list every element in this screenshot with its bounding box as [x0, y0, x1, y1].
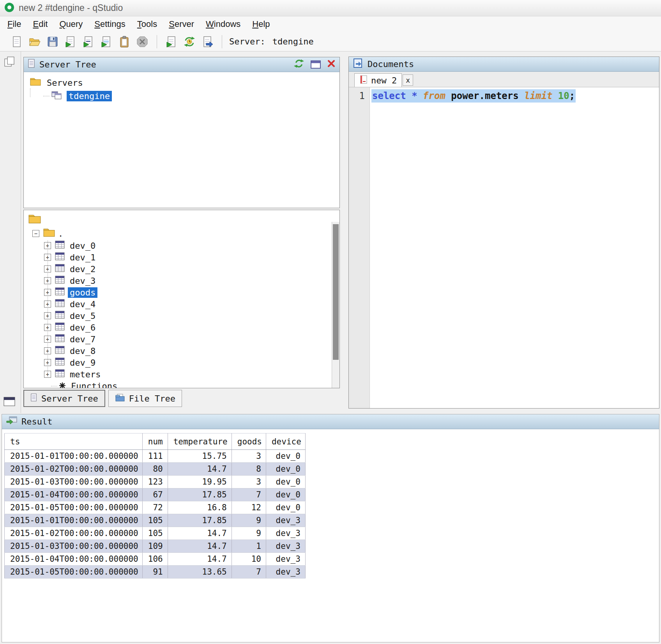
file-tree-item-dev_7[interactable]: +dev_7 — [27, 333, 339, 345]
documents-title: Documents — [368, 59, 414, 69]
file-tree-item-goods[interactable]: +goods — [27, 287, 339, 298]
result-cell: 17.85 — [168, 514, 232, 527]
export-icon[interactable] — [200, 34, 215, 49]
result-cell: 2015-01-03T00:00:00.000000 — [5, 476, 143, 488]
editor-gutter: 1 — [349, 87, 370, 408]
file-tree-root-folder[interactable] — [27, 212, 339, 227]
tab-new-2-label[interactable]: new 2 — [371, 76, 397, 85]
result-row[interactable]: 2015-01-02T00:00:00.0000008014.78dev_0 — [5, 463, 306, 476]
result-cell: dev_3 — [266, 540, 305, 553]
file-tree-item-dev_8[interactable]: +dev_8 — [27, 345, 339, 357]
file-tree-item-dev_0[interactable]: +dev_0 — [27, 240, 339, 251]
result-row[interactable]: 2015-01-04T00:00:00.00000010614.710dev_3 — [5, 553, 306, 566]
new-file-icon[interactable] — [9, 34, 24, 49]
tree-item-label[interactable]: dev_5 — [68, 311, 97, 321]
tab-close-button[interactable]: x — [403, 74, 413, 86]
run-current-line-icon[interactable] — [81, 34, 96, 49]
result-row[interactable]: 2015-01-03T00:00:00.00000010914.71dev_3 — [5, 540, 306, 553]
tree-item-label[interactable]: goods — [68, 287, 97, 298]
maximize-panel-icon[interactable] — [311, 60, 321, 69]
servers-root-node[interactable]: Servers — [30, 76, 339, 89]
result-row[interactable]: 2015-01-02T00:00:00.00000010514.79dev_3 — [5, 527, 306, 540]
server-selector[interactable]: tdengine — [272, 37, 314, 46]
file-tree-dot-node[interactable]: − . — [27, 227, 339, 240]
root-dot-label[interactable]: . — [58, 229, 63, 239]
dock-window-icon[interactable] — [4, 397, 15, 408]
open-file-icon[interactable] — [27, 34, 42, 49]
file-tree-item-dev_5[interactable]: +dev_5 — [27, 310, 339, 322]
tab-server-tree-label[interactable]: Server Tree — [41, 394, 98, 403]
result-row[interactable]: 2015-01-05T00:00:00.0000009113.657dev_3 — [5, 566, 306, 579]
menu-item-file[interactable]: File — [2, 18, 27, 31]
file-tree-item-dev_9[interactable]: +dev_9 — [27, 357, 339, 368]
refresh-panel-icon[interactable] — [293, 58, 304, 71]
tree-item-label[interactable]: dev_1 — [68, 252, 97, 263]
column-header-temperature[interactable]: temperature — [168, 433, 232, 450]
result-cell: 1 — [232, 540, 266, 553]
column-header-ts[interactable]: ts — [5, 433, 143, 450]
result-row[interactable]: 2015-01-01T00:00:00.00000010517.859dev_3 — [5, 514, 306, 527]
menu-item-help[interactable]: Help — [246, 18, 276, 31]
result-cell: 14.7 — [168, 540, 232, 553]
result-row[interactable]: 2015-01-04T00:00:00.0000006717.857dev_0 — [5, 488, 306, 501]
result-cell: 13.65 — [168, 566, 232, 579]
menu-item-edit[interactable]: Edit — [27, 18, 53, 31]
run-query-icon[interactable] — [63, 34, 78, 49]
send-query-icon[interactable] — [164, 34, 179, 49]
result-cell: 67 — [142, 488, 168, 501]
tree-item-label[interactable]: dev_2 — [68, 264, 97, 274]
tree-item-label[interactable]: dev_6 — [68, 322, 97, 333]
tree-item-label[interactable]: dev_7 — [68, 334, 97, 345]
tab-new-2[interactable]: new 2 — [354, 73, 402, 87]
result-cell: dev_3 — [266, 514, 305, 527]
functions-node[interactable]: Functions — [27, 380, 339, 388]
dock-pages-icon[interactable] — [4, 56, 15, 69]
column-header-device[interactable]: device — [266, 433, 305, 450]
code-line-text[interactable]: select * from power.meters limit 10; — [371, 89, 576, 103]
tree-item-label[interactable]: meters — [68, 369, 103, 380]
save-icon[interactable] — [45, 34, 60, 49]
result-cell: 10 — [232, 553, 266, 566]
functions-label[interactable]: Functions — [69, 381, 119, 388]
file-tree-item-meters[interactable]: +meters — [27, 368, 339, 380]
server-node-label[interactable]: tdengine — [67, 91, 112, 101]
servers-root-label[interactable]: Servers — [45, 78, 85, 88]
tab-file-tree[interactable]: File Tree — [108, 390, 182, 407]
file-tree-item-dev_2[interactable]: +dev_2 — [27, 263, 339, 275]
column-header-goods[interactable]: goods — [232, 433, 266, 450]
menu-item-server[interactable]: Server — [163, 18, 200, 31]
tree-item-label[interactable]: dev_9 — [68, 357, 97, 368]
refresh-server-icon[interactable] — [182, 34, 197, 49]
result-row[interactable]: 2015-01-01T00:00:00.00000011115.753dev_0 — [5, 450, 306, 463]
tab-file-tree-label[interactable]: File Tree — [129, 394, 175, 403]
tab-server-tree[interactable]: Server Tree — [23, 390, 105, 407]
column-header-num[interactable]: num — [142, 433, 168, 450]
menu-item-tools[interactable]: Tools — [131, 18, 163, 31]
tree-item-label[interactable]: dev_3 — [68, 276, 97, 286]
paste-icon[interactable] — [117, 34, 132, 49]
menu-item-windows[interactable]: Windows — [200, 18, 246, 31]
menu-item-settings[interactable]: Settings — [88, 18, 131, 31]
result-cell: 2015-01-01T00:00:00.000000 — [5, 514, 143, 527]
code-area[interactable]: select * from power.meters limit 10; — [370, 87, 659, 408]
file-tree-scrollbar[interactable] — [332, 222, 339, 388]
server-node-tdengine[interactable]: tdengine — [30, 89, 339, 103]
sql-editor[interactable]: 1 select * from power.meters limit 10; — [349, 87, 659, 408]
scrollbar-thumb[interactable] — [333, 224, 339, 360]
result-row[interactable]: 2015-01-05T00:00:00.0000007216.812dev_0 — [5, 501, 306, 514]
file-tree-item-dev_6[interactable]: +dev_6 — [27, 322, 339, 333]
file-tree-item-dev_4[interactable]: +dev_4 — [27, 298, 339, 310]
close-panel-icon[interactable] — [327, 59, 336, 70]
tree-item-label[interactable]: dev_0 — [68, 241, 97, 251]
table-icon — [55, 264, 65, 274]
result-row[interactable]: 2015-01-03T00:00:00.00000012319.953dev_0 — [5, 476, 306, 488]
run-selection-icon[interactable] — [99, 34, 114, 49]
result-cell: dev_3 — [266, 566, 305, 579]
file-tree-item-dev_1[interactable]: +dev_1 — [27, 251, 339, 263]
tree-item-label[interactable]: dev_8 — [68, 346, 97, 356]
menu-item-query[interactable]: Query — [53, 18, 88, 31]
collapse-icon[interactable]: − — [32, 230, 39, 237]
tree-item-label[interactable]: dev_4 — [68, 299, 97, 310]
cancel-query-icon[interactable] — [135, 34, 150, 49]
file-tree-item-dev_3[interactable]: +dev_3 — [27, 275, 339, 287]
